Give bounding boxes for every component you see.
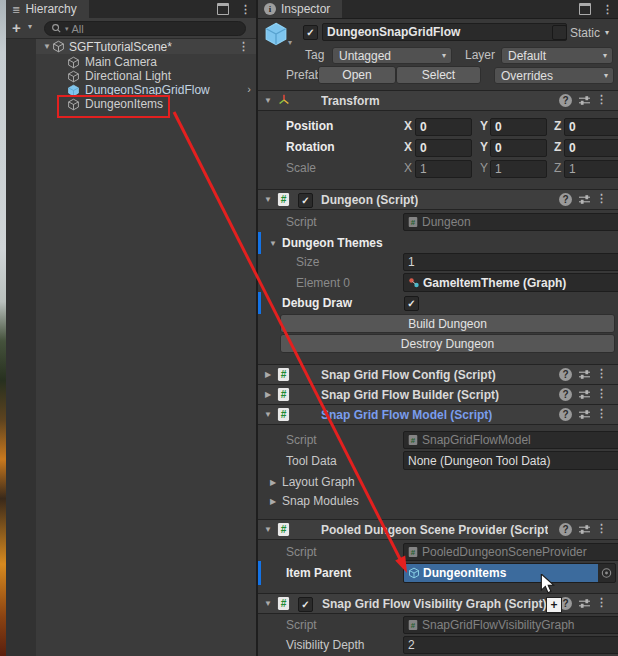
help-icon[interactable]: ? (559, 408, 572, 421)
component-menu-icon[interactable]: ⋮ (596, 597, 607, 607)
foldout-icon[interactable]: ▶ (263, 370, 273, 379)
tool-data-object-field[interactable]: None (Dungeon Tool Data) (403, 451, 618, 470)
visibility-depth-field[interactable]: 2 (403, 636, 618, 654)
themes-element0-row: Element 0 GameItemTheme (Graph) (258, 274, 618, 291)
scene-row[interactable]: ▼ SGFTutorialScene* ⋮ (36, 39, 256, 54)
scale-z-field[interactable]: 1 (564, 160, 618, 178)
tab-inspector[interactable]: i Inspector (258, 0, 342, 18)
presets-icon[interactable] (578, 194, 591, 205)
presets-icon[interactable] (578, 524, 591, 535)
presets-icon[interactable] (578, 389, 591, 400)
scene-foldout-icon[interactable]: ▼ (42, 42, 52, 51)
dungeon-themes-row[interactable]: ▼ Dungeon Themes (258, 235, 618, 251)
component-menu-icon[interactable]: ⋮ (596, 523, 607, 533)
presets-icon[interactable] (578, 598, 591, 609)
position-x-field[interactable]: 0 (415, 118, 472, 136)
rotation-y-field[interactable]: 0 (490, 139, 547, 157)
active-checkbox[interactable]: ✓ (303, 25, 318, 40)
foldout-icon[interactable]: ▶ (268, 478, 278, 487)
static-checkbox[interactable] (552, 25, 567, 40)
panel-menu-icon[interactable]: ⋮ (240, 4, 251, 14)
builder-title: Snap Grid Flow Builder (Script) (321, 388, 499, 402)
foldout-icon[interactable]: ▼ (268, 239, 278, 248)
help-icon[interactable]: ? (559, 368, 572, 381)
maximize-icon[interactable] (579, 3, 591, 15)
position-z-field[interactable]: 0 (564, 118, 618, 136)
pooled-provider-header[interactable]: ▼ # Pooled Dungeon Scene Provider (Scrip… (258, 519, 618, 540)
script-field[interactable]: # Dungeon (403, 213, 618, 231)
component-menu-icon[interactable]: ⋮ (596, 368, 607, 378)
hierarchy-search-input[interactable]: ▾ All (44, 21, 246, 36)
icon-dropdown-caret[interactable]: ▾ (288, 38, 292, 47)
foldout-icon[interactable]: ▶ (263, 390, 273, 399)
gameobject-cube-icon (408, 567, 420, 579)
scale-x-field[interactable]: 1 (415, 160, 472, 178)
tab-hierarchy[interactable]: ≣ Hierarchy (6, 0, 89, 18)
panel-menu-icon[interactable]: ⋮ (602, 4, 613, 14)
debug-draw-checkbox[interactable]: ✓ (404, 296, 419, 311)
layout-graph-row[interactable]: ▶ Layout Graph (258, 474, 618, 490)
foldout-icon[interactable]: ▼ (263, 96, 273, 105)
help-icon[interactable]: ? (559, 94, 572, 107)
component-enabled-checkbox[interactable]: ✓ (298, 193, 313, 208)
builder-component-header[interactable]: ▶ # Snap Grid Flow Builder (Script) ? ⋮ (258, 384, 618, 405)
destroy-dungeon-button[interactable]: Destroy Dungeon (280, 334, 615, 353)
gameobject-header: ▾ ✓ DungeonSnapGridFlow Static ▾ (258, 21, 618, 47)
config-component-header[interactable]: ▶ # Snap Grid Flow Config (Script) ? ⋮ (258, 364, 618, 385)
help-icon[interactable]: ? (559, 523, 572, 536)
foldout-icon[interactable]: ▼ (263, 525, 273, 534)
item-parent-drag-highlight[interactable]: DungeonItems (404, 564, 598, 582)
prefab-overrides-dropdown[interactable]: Overrides▾ (494, 67, 614, 84)
dungeon-script-row: Script # Dungeon (258, 214, 618, 230)
script-field[interactable]: # PooledDungeonSceneProvider (403, 543, 618, 561)
component-enabled-checkbox[interactable]: ✓ (298, 597, 313, 612)
rotation-z-field[interactable]: 0 (564, 139, 618, 157)
hierarchy-item-directional-light[interactable]: Directional Light (36, 69, 256, 83)
name-field[interactable]: DungeonSnapGridFlow (322, 23, 567, 41)
foldout-icon[interactable]: ▼ (263, 195, 273, 204)
presets-icon[interactable] (578, 409, 591, 420)
prefab-select-button[interactable]: Select (396, 66, 481, 84)
component-menu-icon[interactable]: ⋮ (596, 388, 607, 398)
foldout-icon[interactable]: ▼ (263, 599, 273, 608)
visibility-graph-header[interactable]: ▼ # ✓ Snap Grid Flow Visibility Graph (S… (258, 593, 618, 614)
transform-header[interactable]: ▼ Transform ? ⋮ (258, 90, 618, 111)
add-dropdown-caret-icon[interactable]: ▾ (28, 22, 32, 31)
maximize-icon[interactable] (217, 3, 229, 15)
component-menu-icon[interactable]: ⋮ (596, 94, 607, 104)
model-component-header[interactable]: ▼ # Snap Grid Flow Model (Script) ? ⋮ (258, 404, 618, 425)
foldout-icon[interactable]: ▶ (268, 497, 278, 506)
scene-menu-icon[interactable]: ⋮ (238, 41, 249, 51)
foldout-icon[interactable]: ▼ (263, 410, 273, 419)
transform-icon (277, 93, 291, 107)
tag-label: Tag (305, 48, 324, 62)
component-menu-icon[interactable]: ⋮ (596, 193, 607, 203)
gameobject-prefab-icon[interactable] (263, 21, 289, 47)
scale-y-field[interactable]: 1 (490, 160, 547, 178)
item-parent-object-field[interactable]: DungeonItems (403, 563, 616, 583)
script-field[interactable]: # SnapGridFlowVisibilityGraph (403, 616, 618, 634)
presets-icon[interactable] (578, 369, 591, 380)
presets-icon[interactable] (578, 95, 591, 106)
scene-name: SGFTutorialScene* (69, 40, 172, 54)
position-y-field[interactable]: 0 (490, 118, 547, 136)
prefab-open-button[interactable]: Open (318, 66, 396, 84)
rotation-x-field[interactable]: 0 (415, 139, 472, 157)
size-field[interactable]: 1 (403, 253, 618, 271)
layer-dropdown[interactable]: Default▾ (501, 47, 613, 64)
help-icon[interactable]: ? (559, 388, 572, 401)
dungeon-component-header[interactable]: ▼ # ✓ Dungeon (Script) ? ⋮ (258, 189, 618, 210)
object-picker-icon[interactable] (601, 568, 612, 579)
prefab-chevron-icon[interactable]: › (247, 83, 251, 95)
tag-dropdown[interactable]: Untagged▾ (332, 47, 452, 64)
snap-modules-row[interactable]: ▶ Snap Modules (258, 493, 618, 509)
element0-object-field[interactable]: GameItemTheme (Graph) (403, 273, 618, 292)
help-icon[interactable]: ? (559, 193, 572, 206)
hierarchy-item-main-camera[interactable]: Main Camera (36, 55, 256, 69)
add-gameobject-button[interactable]: + (12, 19, 21, 36)
script-field[interactable]: # SnapGridFlowModel (403, 431, 618, 449)
static-caret-icon[interactable]: ▾ (605, 28, 609, 37)
build-dungeon-button[interactable]: Build Dungeon (280, 314, 615, 333)
component-menu-icon[interactable]: ⋮ (596, 408, 607, 418)
visibility-title: Snap Grid Flow Visibility Graph (Script) (322, 597, 546, 611)
